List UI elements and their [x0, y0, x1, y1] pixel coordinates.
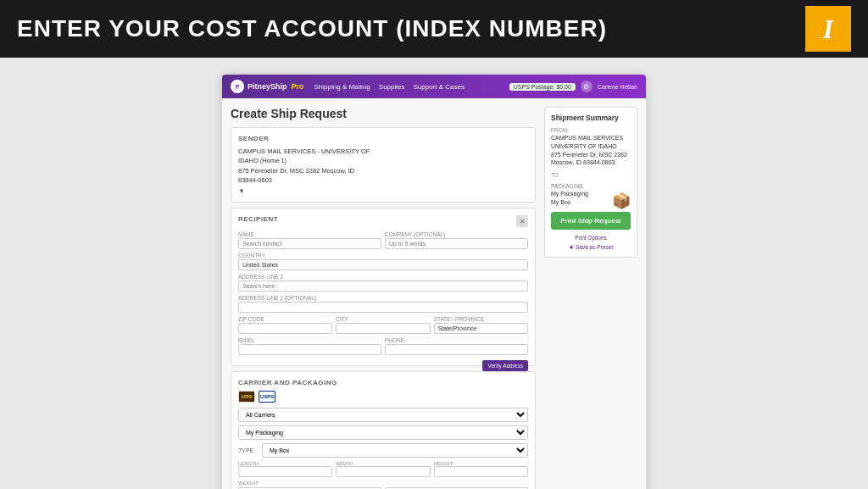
name-input[interactable] — [238, 238, 381, 249]
country-row: COUNTRY United States — [238, 253, 528, 270]
company-label: COMPANY (optional) — [385, 231, 528, 237]
save-preset-link[interactable]: ★ Save as Preset — [551, 244, 631, 251]
print-options-link[interactable]: Print Options — [551, 235, 631, 241]
recipient-label: Recipient — [238, 215, 278, 223]
address2-group: ADDRESS LINE 2 (optional) — [238, 295, 528, 313]
nav-links: Shipping & Mailing Supplies Support & Ca… — [314, 83, 499, 91]
packaging-value: My PackagingMy Box — [551, 190, 588, 207]
zip-input[interactable] — [238, 323, 332, 334]
summary-title: Shipment Summary — [551, 114, 631, 122]
nav-logo-icon: P — [236, 84, 240, 90]
sender-text: CAMPUS MAIL SERVICES - UNIVERSITY OF IDA… — [238, 147, 528, 185]
address1-group: ADDRESS LINE 1 — [238, 274, 528, 292]
address2-label: ADDRESS LINE 2 (optional) — [238, 295, 528, 301]
name-label: NAME — [238, 231, 381, 237]
recipient-header: Recipient ✕ — [238, 215, 528, 227]
zip-label: ZIP CODE — [238, 316, 332, 322]
verify-address-button[interactable]: Verify Address — [482, 360, 528, 371]
heading-bar: ENTER YOUR COST ACCOUNT (INDEX NUMBER) I — [0, 0, 868, 58]
height-input[interactable] — [434, 466, 528, 477]
email-group: EMAIL — [238, 337, 381, 355]
address1-input[interactable] — [238, 281, 528, 292]
dimensions-row: LENGTH WIDTH HEIGHT — [238, 461, 528, 477]
email-phone-row: EMAIL PHONE — [238, 337, 528, 355]
type-select[interactable]: My Box — [262, 443, 528, 458]
from-label: FROM — [551, 127, 631, 133]
usps-balance: USPS Postage: $0.00 — [509, 83, 576, 91]
logo-letter: I — [823, 14, 833, 45]
nav-logo-circle: P — [231, 80, 244, 93]
weight-label: Weight — [238, 481, 528, 486]
name-company-row: NAME COMPANY (optional) — [238, 231, 528, 249]
sender-dropdown-arrow[interactable]: ▼ — [238, 187, 245, 195]
nav-brand: PitneyShip — [248, 82, 287, 91]
ups-logo: UPS — [238, 391, 255, 403]
email-label: EMAIL — [238, 337, 381, 343]
email-input[interactable] — [238, 344, 381, 355]
nav-link-support[interactable]: Support & Cases — [413, 83, 464, 91]
carriers-select-row: All Carriers — [238, 408, 528, 422]
address1-label: ADDRESS LINE 1 — [238, 274, 528, 280]
summary-box: Shipment Summary FROM CAMPUS MAIL SERVIC… — [544, 107, 637, 258]
from-value: CAMPUS MAIL SERVICESUNIVERSITY OF IDAHO8… — [551, 134, 631, 167]
company-group: COMPANY (optional) — [385, 231, 528, 249]
state-label: STATE / PROVINCE — [434, 316, 528, 322]
city-group: CITY — [336, 316, 430, 334]
packaging-row: My PackagingMy Box 📦 — [551, 190, 631, 212]
main-area: P PitneyShip Pro Shipping & Mailing Supp… — [0, 58, 868, 489]
delete-recipient-button[interactable]: ✕ — [516, 215, 528, 227]
nav-link-shipping[interactable]: Shipping & Mailing — [314, 83, 370, 91]
star-icon: ★ — [569, 244, 574, 251]
university-logo: I — [805, 6, 851, 52]
city-label: CITY — [336, 316, 430, 322]
page-title: Create Ship Request — [231, 107, 536, 120]
nav-bar: P PitneyShip Pro Shipping & Mailing Supp… — [222, 75, 646, 98]
length-group: LENGTH — [238, 461, 332, 477]
settings-icon[interactable]: ⚙ — [581, 81, 593, 92]
address2-input[interactable] — [238, 302, 528, 313]
carrier-label: Carrier and Packaging — [238, 379, 528, 386]
print-btn-label: Print Ship Request — [560, 217, 621, 225]
carriers-select[interactable]: All Carriers — [238, 408, 528, 422]
packaging-select-row: My Packaging — [238, 425, 528, 440]
city-input[interactable] — [336, 323, 430, 334]
save-preset-label: Save as Preset — [576, 244, 613, 250]
state-group: STATE / PROVINCE State/Province — [434, 316, 528, 334]
carrier-logos: UPS USPS — [238, 391, 528, 403]
packaging-select[interactable]: My Packaging — [238, 425, 528, 440]
app-content: Create Ship Request Sender CAMPUS MAIL S… — [222, 98, 646, 489]
company-input[interactable] — [385, 238, 528, 249]
country-group: COUNTRY United States — [238, 253, 528, 270]
print-ship-request-button[interactable]: Print Ship Request — [551, 212, 631, 230]
phone-group: PHONE — [385, 337, 528, 355]
phone-input[interactable] — [385, 344, 528, 355]
main-heading: ENTER YOUR COST ACCOUNT (INDEX NUMBER) — [17, 15, 607, 42]
recipient-section: Recipient ✕ NAME COMPANY (optional) — [231, 208, 536, 366]
verify-address-label: Verify Address — [487, 363, 523, 369]
box-icon: 📦 — [612, 192, 631, 210]
nav-right: USPS Postage: $0.00 ⚙ Carlene Hettan — [509, 81, 637, 92]
packaging-label: PACKAGING — [551, 183, 631, 189]
zip-group: ZIP CODE — [238, 316, 332, 334]
length-input[interactable] — [238, 466, 332, 477]
nav-user: Carlene Hettan — [598, 84, 637, 90]
state-select[interactable]: State/Province — [434, 323, 528, 334]
to-label: TO — [551, 172, 631, 178]
type-label: TYPE — [238, 447, 259, 453]
nav-logo: P PitneyShip Pro — [231, 80, 304, 93]
width-group: WIDTH — [336, 461, 430, 477]
summary-panel: Shipment Summary FROM CAMPUS MAIL SERVIC… — [544, 107, 637, 489]
form-area: Create Ship Request Sender CAMPUS MAIL S… — [231, 107, 536, 489]
country-select[interactable]: United States — [238, 259, 528, 270]
height-group: HEIGHT — [434, 461, 528, 477]
weight-row: Weight — [238, 481, 528, 489]
app-window: P PitneyShip Pro Shipping & Mailing Supp… — [222, 75, 646, 489]
nav-link-supplies[interactable]: Supplies — [379, 83, 405, 91]
carrier-section: Carrier and Packaging UPS USPS All Carri… — [231, 371, 536, 489]
country-label: COUNTRY — [238, 253, 528, 258]
width-input[interactable] — [336, 466, 430, 477]
nav-pro: Pro — [292, 82, 304, 91]
print-options-label: Print Options — [575, 235, 607, 241]
name-group: NAME — [238, 231, 381, 249]
usps-logo: USPS — [259, 391, 275, 403]
